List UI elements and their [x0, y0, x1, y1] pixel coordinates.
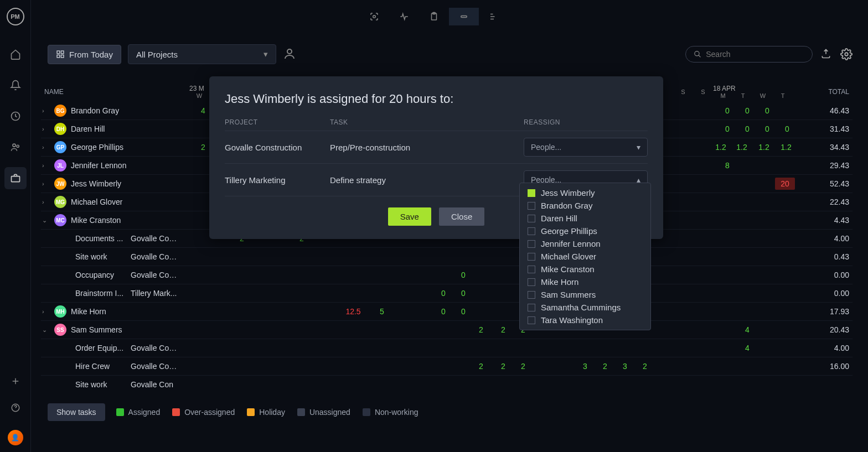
hours-cell[interactable]: 2 [595, 362, 615, 371]
modal-row-project: Tillery Marketing [225, 175, 330, 185]
dropdown-item[interactable]: Tara Washington [520, 314, 650, 326]
people-dropdown: Jess WimberlyBrandon GrayDaren HillGeorg… [519, 183, 651, 330]
hours-cell[interactable]: 20 [775, 178, 795, 190]
expand-caret[interactable]: › [42, 144, 50, 150]
bell-icon[interactable] [4, 74, 27, 96]
checkbox[interactable] [528, 316, 535, 324]
close-button[interactable]: Close [439, 207, 484, 226]
hours-cell[interactable]: 1.2 [732, 143, 752, 152]
hours-cell[interactable]: 1.2 [754, 143, 774, 152]
checkbox[interactable] [528, 202, 535, 210]
hours-cell[interactable]: 0 [757, 124, 777, 133]
save-button[interactable]: Save [388, 207, 431, 226]
hours-cell[interactable]: 2 [471, 325, 491, 334]
clock-icon[interactable] [4, 105, 27, 127]
hours-cell[interactable]: 0 [453, 307, 473, 316]
expand-caret[interactable]: › [42, 107, 50, 114]
legend-swatch [247, 408, 255, 416]
export-icon[interactable] [820, 48, 833, 60]
checkbox[interactable] [528, 278, 535, 286]
expand-caret[interactable]: › [42, 162, 50, 169]
hours-cell[interactable]: 4 [737, 344, 757, 352]
hours-cell[interactable]: 0 [737, 106, 757, 115]
settings-icon[interactable] [840, 48, 852, 60]
plus-icon[interactable] [4, 370, 27, 392]
hours-cell[interactable]: 2 [635, 362, 655, 371]
hours-cell[interactable]: 0 [737, 124, 757, 133]
hours-cell[interactable]: 0 [717, 124, 737, 133]
dropdown-item[interactable]: George Phillips [520, 225, 650, 237]
hours-cell[interactable]: 1.2 [776, 143, 796, 152]
dropdown-item[interactable]: Jennifer Lennon [520, 237, 650, 250]
hours-cell[interactable]: 2 [513, 362, 533, 371]
view-link-icon[interactable] [449, 8, 479, 25]
checkbox[interactable] [528, 189, 535, 197]
task-row[interactable]: Site workGovalle Con [41, 376, 852, 388]
dropdown-label: Tara Washington [541, 315, 603, 325]
expand-caret[interactable]: ⌄ [42, 326, 50, 334]
people-icon[interactable] [4, 136, 27, 158]
hours-cell[interactable]: 0 [717, 106, 737, 115]
home-icon[interactable] [4, 43, 27, 65]
task-row[interactable]: Brainstorm I...Tillery Mark...000.00 [41, 284, 852, 303]
dropdown-item[interactable]: Mike Cranston [520, 263, 650, 276]
hours-cell[interactable]: 4 [737, 325, 757, 334]
task-row[interactable]: OccupancyGovalle Con...00.00 [41, 266, 852, 284]
from-today-button[interactable]: From Today [48, 45, 121, 64]
person-filter-icon[interactable] [283, 47, 297, 61]
hours-cell[interactable]: 3 [615, 362, 635, 371]
checkbox[interactable] [528, 304, 535, 311]
dropdown-item[interactable]: Daren Hill [520, 212, 650, 225]
hours-cell[interactable]: 0 [453, 289, 473, 298]
expand-caret[interactable]: › [42, 308, 50, 315]
search-box[interactable] [685, 46, 813, 63]
view-scan-icon[interactable] [359, 8, 389, 25]
hours-cell[interactable]: 5 [372, 307, 392, 316]
checkbox[interactable] [528, 240, 535, 248]
hours-cell[interactable]: 2 [493, 325, 513, 334]
person-row[interactable]: ⌄SSSam Summers222420.43 [41, 321, 852, 339]
help-icon[interactable] [4, 397, 27, 419]
task-row[interactable]: Site workGovalle Con...0.43 [41, 248, 852, 266]
dropdown-item[interactable]: Sam Summers [520, 288, 650, 301]
hours-cell[interactable]: 0 [453, 271, 473, 279]
show-tasks-button[interactable]: Show tasks [48, 403, 105, 421]
view-flow-icon[interactable] [479, 8, 509, 25]
dropdown-item[interactable]: Brandon Gray [520, 199, 650, 212]
checkbox[interactable] [528, 291, 535, 299]
people-select-0[interactable]: People...▾ [524, 138, 648, 157]
view-clipboard-icon[interactable] [419, 8, 449, 25]
dropdown-label: Jennifer Lennon [541, 239, 601, 248]
hours-cell[interactable]: 0 [433, 289, 453, 298]
task-row[interactable]: Hire CrewGovalle Con...222323216.00 [41, 357, 852, 376]
expand-caret[interactable]: › [42, 199, 50, 205]
hours-cell[interactable]: 8 [717, 161, 737, 170]
checkbox[interactable] [528, 253, 535, 261]
expand-caret[interactable]: › [42, 180, 50, 187]
dropdown-item[interactable]: Jess Wimberly [520, 186, 650, 199]
person-row[interactable]: ›MHMike Horn12.550017.93 [41, 303, 852, 321]
dropdown-item[interactable]: Samantha Cummings [520, 301, 650, 314]
checkbox[interactable] [528, 215, 535, 222]
hours-cell[interactable]: 3 [575, 362, 595, 371]
user-avatar[interactable]: 👤 [8, 430, 23, 445]
hours-cell[interactable]: 1.2 [711, 143, 731, 152]
hours-cell[interactable]: 2 [471, 362, 491, 371]
search-input[interactable] [706, 50, 804, 59]
expand-caret[interactable]: ⌄ [42, 217, 50, 224]
hours-cell[interactable]: 12.5 [343, 307, 363, 316]
project-select[interactable]: All Projects ▾ [128, 44, 276, 64]
checkbox[interactable] [528, 266, 535, 273]
hours-cell[interactable]: 2 [493, 362, 513, 371]
task-row[interactable]: Order Equip...Govalle Con...44.00 [41, 339, 852, 357]
hours-cell[interactable]: 0 [777, 124, 797, 133]
hours-cell[interactable]: 0 [433, 307, 453, 316]
row-total: 0.00 [819, 289, 849, 298]
hours-cell[interactable]: 0 [757, 106, 777, 115]
view-activity-icon[interactable] [389, 8, 419, 25]
checkbox[interactable] [528, 227, 535, 235]
expand-caret[interactable]: › [42, 126, 50, 132]
dropdown-item[interactable]: Mike Horn [520, 276, 650, 288]
dropdown-item[interactable]: Michael Glover [520, 250, 650, 263]
briefcase-icon[interactable] [4, 167, 27, 189]
